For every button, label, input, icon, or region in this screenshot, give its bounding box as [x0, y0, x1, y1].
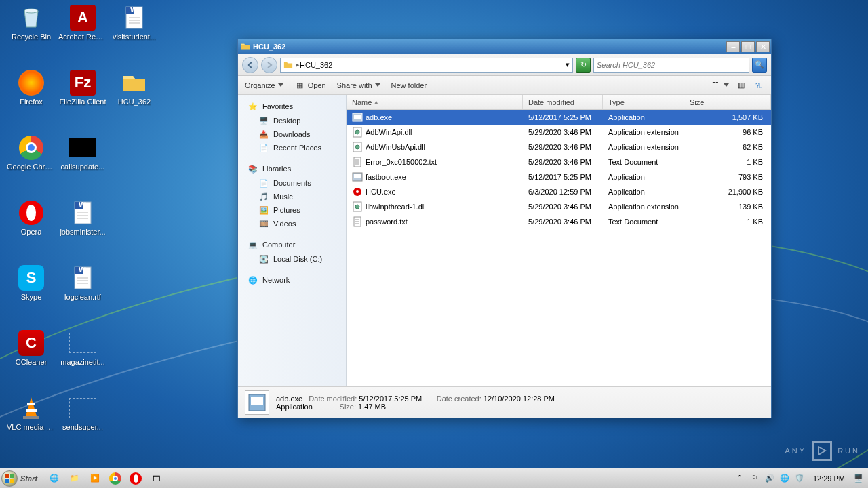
search-box[interactable] — [593, 58, 749, 73]
acrobat-icon: A — [69, 4, 96, 31]
column-date[interactable]: Date modified — [523, 95, 603, 109]
close-button[interactable]: ✕ — [756, 41, 770, 52]
search-button[interactable]: 🔍 — [752, 58, 767, 73]
desktop-icon-google-chrome[interactable]: Google Chrome — [7, 134, 56, 171]
address-bar[interactable]: ▸ HCU_362 ▾ — [280, 58, 573, 73]
nav-pictures[interactable]: 🖼️Pictures — [238, 203, 346, 217]
nav-computer[interactable]: 💻Computer — [238, 237, 346, 252]
organize-menu[interactable]: Organize — [245, 81, 283, 89]
nav-favorites[interactable]: ⭐Favorites — [238, 99, 346, 114]
open-button[interactable]: ▦Open — [294, 80, 326, 91]
documents-icon: 📄 — [258, 178, 269, 188]
skype-icon: S — [18, 264, 45, 291]
nav-downloads[interactable]: 📥Downloads — [238, 127, 346, 141]
desktop-icon-hcu-362[interactable]: HCU_362 — [110, 69, 159, 106]
blank-icon — [69, 394, 96, 422]
desktop-icon-ccleaner[interactable]: CCCleaner — [7, 329, 56, 366]
recent-icon: 📄 — [258, 142, 269, 153]
search-input[interactable] — [597, 61, 746, 69]
tray-volume-icon[interactable]: 🔊 — [764, 473, 775, 484]
back-button[interactable] — [242, 57, 258, 73]
tray-shield-icon[interactable]: 🛡️ — [794, 473, 805, 484]
details-thumb-icon — [245, 390, 269, 415]
desktop-icon-jobsminister-[interactable]: Wjobsminister... — [58, 199, 107, 236]
new-folder-button[interactable]: New folder — [391, 81, 427, 89]
start-button[interactable]: Start — [0, 469, 44, 488]
tray-flag-icon[interactable]: ⚐ — [749, 473, 760, 484]
preview-pane-icon[interactable]: ▥ — [736, 80, 747, 91]
chrome-icon — [18, 134, 45, 161]
music-icon: 🎵 — [258, 191, 269, 202]
tray-monitor-icon[interactable]: 🖥️ — [853, 473, 864, 484]
help-icon[interactable]: ?⃝ — [753, 80, 764, 91]
taskbar-clock[interactable]: 12:29 PM — [809, 474, 849, 483]
file-row[interactable]: AdbWinApi.dll5/29/2020 3:46 PMApplicatio… — [347, 125, 771, 140]
tray-network-icon[interactable]: 🌐 — [779, 473, 790, 484]
file-row[interactable]: HCU.exe6/3/2020 12:59 PMApplication21,90… — [347, 184, 771, 199]
blank-icon — [69, 329, 96, 357]
desktop-icon-opera[interactable]: Opera — [7, 199, 56, 236]
nav-libraries[interactable]: 📚Libraries — [238, 161, 346, 176]
desktop-icon-visitstudent-[interactable]: Wvisitstudent... — [110, 4, 159, 41]
details-type: Application — [276, 403, 313, 411]
file-row[interactable]: AdbWinUsbApi.dll5/29/2020 3:46 PMApplica… — [347, 140, 771, 155]
desktop-icon-firefox[interactable]: Firefox — [7, 69, 56, 106]
desktop-icon-callsupdate-[interactable]: callsupdate... — [58, 134, 107, 171]
svg-rect-47 — [10, 479, 14, 483]
file-row[interactable]: adb.exe5/12/2017 5:25 PMApplication1,507… — [347, 110, 771, 125]
nav-desktop[interactable]: 🖥️Desktop — [238, 114, 346, 127]
taskbar-explorer[interactable]: 📁 — [66, 470, 83, 487]
share-menu[interactable]: Share with — [337, 81, 380, 89]
address-path: HCU_362 — [300, 61, 332, 69]
column-type[interactable]: Type — [603, 95, 684, 109]
svg-rect-45 — [10, 474, 14, 478]
taskbar-app[interactable]: 🗔 — [148, 470, 164, 487]
folder-icon — [121, 69, 148, 96]
forward-button[interactable] — [261, 57, 277, 73]
taskbar-ie[interactable]: 🌐 — [46, 470, 62, 487]
file-row[interactable]: Error_0xc0150002.txt5/29/2020 3:46 PMTex… — [347, 155, 771, 169]
open-icon: ▦ — [294, 80, 305, 91]
nav-documents[interactable]: 📄Documents — [238, 176, 346, 190]
taskbar-opera[interactable] — [127, 470, 144, 487]
nav-music[interactable]: 🎵Music — [238, 190, 346, 203]
desktop-icon-filezilla-client[interactable]: FzFileZilla Client — [58, 69, 107, 106]
taskbar-chrome[interactable] — [107, 470, 123, 487]
address-dropdown-icon[interactable]: ▾ — [566, 60, 570, 69]
network-icon: 🌐 — [248, 274, 258, 285]
desktop-icon-sendsuper-[interactable]: sendsuper... — [58, 394, 107, 431]
doc-icon: W — [69, 199, 96, 226]
desktop-icon-skype[interactable]: SSkype — [7, 264, 56, 301]
nav-network[interactable]: 🌐Network — [238, 272, 346, 287]
title-bar[interactable]: HCU_362 ‒ □ ✕ — [238, 39, 771, 54]
refresh-button[interactable]: ↻ — [576, 58, 591, 73]
file-row[interactable]: password.txt5/29/2020 3:46 PMText Docume… — [347, 214, 771, 229]
file-row[interactable]: fastboot.exe5/12/2017 5:25 PMApplication… — [347, 169, 771, 184]
column-name[interactable]: Name ▴ — [347, 95, 523, 109]
svg-rect-46 — [5, 479, 9, 483]
desktop-icon-recycle-bin[interactable]: Recycle Bin — [7, 4, 56, 41]
taskbar-media[interactable]: ▶️ — [87, 470, 103, 487]
desktop-icon-magazinetit-[interactable]: magazinetit... — [58, 329, 107, 366]
view-menu[interactable]: ☷ — [710, 80, 729, 91]
file-row[interactable]: libwinpthread-1.dll5/29/2020 3:46 PMAppl… — [347, 199, 771, 214]
column-size[interactable]: Size — [684, 95, 771, 109]
desktop-icon-logclean-rtf[interactable]: Wlogclean.rtf — [58, 264, 107, 301]
minimize-button[interactable]: ‒ — [726, 41, 740, 52]
library-icon: 📚 — [248, 163, 258, 174]
desktop-icon-vlc-media-player[interactable]: VLC media player — [7, 394, 56, 431]
nav-local-disk[interactable]: 💽Local Disk (C:) — [238, 252, 346, 266]
nav-videos[interactable]: 🎞️Videos — [238, 217, 346, 230]
vlc-icon — [18, 394, 45, 422]
tray-expand-icon[interactable]: ⌃ — [734, 473, 745, 484]
details-filename: adb.exe — [276, 394, 302, 403]
start-orb-icon — [1, 470, 18, 487]
maximize-button[interactable]: □ — [741, 41, 755, 52]
desktop-icon-acrobat-reader-dc[interactable]: AAcrobat Reader DC — [58, 4, 107, 41]
svg-text:W: W — [130, 5, 138, 14]
folder-icon — [283, 60, 293, 70]
nav-recent[interactable]: 📄Recent Places — [238, 141, 346, 155]
file-icon — [352, 142, 363, 152]
file-icon — [352, 171, 363, 182]
watermark: ANY RUN — [785, 441, 860, 461]
